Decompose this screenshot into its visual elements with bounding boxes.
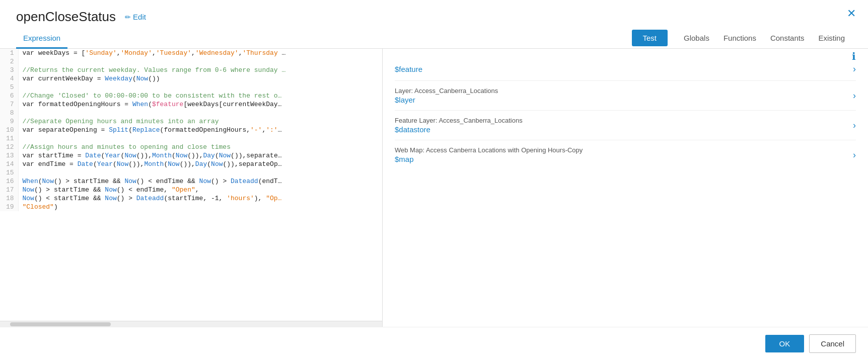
line-num: 14 [0, 160, 18, 168]
line-code [18, 83, 382, 92]
line-num: 19 [0, 203, 18, 211]
globals-item-label-map: Web Map: Access Canberra Locations with … [395, 146, 849, 154]
scrollbar-thumb [10, 322, 111, 326]
line-num: 5 [0, 83, 18, 92]
code-line-12: 12 //Assign hours and minutes to opening… [0, 143, 382, 151]
chevron-right-icon-datastore: › [853, 120, 856, 131]
line-code [18, 168, 382, 177]
line-code [18, 57, 382, 66]
line-num: 6 [0, 92, 18, 100]
line-code: //Returns the current weekday. Values ra… [18, 66, 382, 74]
globals-item-layer[interactable]: Layer: Access_Canberra_Locations $layer … [395, 81, 856, 111]
modal-footer: OK Cancel [0, 327, 868, 360]
code-line-5: 5 [0, 83, 382, 92]
line-num: 1 [0, 49, 18, 57]
chevron-right-icon-feature: › [853, 64, 856, 74]
code-line-15: 15 [0, 168, 382, 177]
globals-item-label-layer: Layer: Access_Canberra_Locations [395, 87, 849, 95]
line-code: //Separate Opening hours and minutes int… [18, 117, 382, 126]
edit-label: Edit [133, 13, 146, 21]
line-num: 12 [0, 143, 18, 151]
line-num: 9 [0, 117, 18, 126]
globals-item-feature[interactable]: $feature › [395, 58, 856, 81]
globals-item-datastore[interactable]: Feature Layer: Access_Canberra_Locations… [395, 111, 856, 140]
line-code: var startTime = Date(Year(Now()),Month(N… [18, 151, 382, 160]
line-code: When(Now() > startTime && Now() < endTim… [18, 177, 382, 186]
cancel-button[interactable]: Cancel [809, 334, 856, 353]
modal-header: openCloseStatus ✏ Edit ✕ [0, 0, 868, 25]
globals-item-value-layer: $layer [395, 96, 849, 104]
code-line-3: 3 //Returns the current weekday. Values … [0, 66, 382, 74]
code-line-1: 1 var weekDays = ['Sunday','Monday','Tue… [0, 49, 382, 57]
tab-existing[interactable]: Existing [811, 29, 852, 49]
code-line-13: 13 var startTime = Date(Year(Now()),Mont… [0, 151, 382, 160]
line-num: 17 [0, 186, 18, 194]
editor-panel: 1 var weekDays = ['Sunday','Monday','Tue… [0, 49, 383, 327]
line-code: var separateOpening = Split(Replace(form… [18, 126, 382, 134]
tab-functions[interactable]: Functions [716, 29, 763, 49]
tab-expression[interactable]: Expression [16, 29, 67, 49]
code-line-10: 10 var separateOpening = Split(Replace(f… [0, 126, 382, 134]
globals-item-content-layer: Layer: Access_Canberra_Locations $layer [395, 87, 849, 104]
tab-constants[interactable]: Constants [763, 29, 812, 49]
line-num: 7 [0, 100, 18, 109]
line-num: 2 [0, 57, 18, 66]
chevron-right-icon-layer: › [853, 91, 856, 101]
edit-link[interactable]: ✏ Edit [125, 13, 146, 21]
line-num: 15 [0, 168, 18, 177]
line-code: var currentWeekDay = Weekday(Now()) [18, 74, 382, 83]
line-num: 4 [0, 74, 18, 83]
line-num: 18 [0, 194, 18, 203]
code-line-4: 4 var currentWeekDay = Weekday(Now()) [0, 74, 382, 83]
tab-test-button[interactable]: Test [632, 30, 668, 46]
code-line-2: 2 [0, 57, 382, 66]
code-line-9: 9 //Separate Opening hours and minutes i… [0, 117, 382, 126]
tab-globals[interactable]: Globals [677, 29, 716, 49]
code-line-17: 17 Now() > startTime && Now() < endTime,… [0, 186, 382, 194]
line-code: "Closed") [18, 203, 382, 211]
code-line-16: 16 When(Now() > startTime && Now() < end… [0, 177, 382, 186]
ok-button[interactable]: OK [765, 335, 805, 352]
line-num: 8 [0, 109, 18, 117]
code-line-6: 6 //Change 'Closed' to 00:00-00:00 to be… [0, 92, 382, 100]
line-code: //Assign hours and minutes to opening an… [18, 143, 382, 151]
globals-item-content: $feature [395, 65, 849, 73]
content-area: 1 var weekDays = ['Sunday','Monday','Tue… [0, 49, 868, 327]
line-code: Now() < startTime && Now() > Dateadd(sta… [18, 194, 382, 203]
line-num: 10 [0, 126, 18, 134]
line-num: 13 [0, 151, 18, 160]
code-line-11: 11 [0, 134, 382, 143]
line-code [18, 134, 382, 143]
right-panel: $feature › Layer: Access_Canberra_Locati… [383, 49, 868, 327]
code-editor[interactable]: 1 var weekDays = ['Sunday','Monday','Tue… [0, 49, 382, 321]
globals-item-value-datastore: $datastore [395, 125, 849, 134]
globals-item-content-datastore: Feature Layer: Access_Canberra_Locations… [395, 117, 849, 134]
tab-bar: Expression Test Globals Functions Consta… [0, 29, 868, 49]
modal: openCloseStatus ✏ Edit ✕ Expression Test… [0, 0, 868, 360]
globals-item-label-datastore: Feature Layer: Access_Canberra_Locations [395, 117, 849, 124]
code-line-19: 19 "Closed") [0, 203, 382, 211]
info-icon[interactable]: ℹ [852, 50, 856, 62]
line-code: var weekDays = ['Sunday','Monday','Tuesd… [18, 49, 382, 57]
code-line-18: 18 Now() < startTime && Now() > Dateadd(… [0, 194, 382, 203]
close-button[interactable]: ✕ [847, 8, 856, 19]
pencil-icon: ✏ [125, 13, 131, 21]
line-num: 3 [0, 66, 18, 74]
code-line-14: 14 var endTime = Date(Year(Now()),Month(… [0, 160, 382, 168]
line-code: var endTime = Date(Year(Now()),Month(Now… [18, 160, 382, 168]
line-code [18, 109, 382, 117]
globals-item-value-map: $map [395, 155, 849, 163]
modal-title: openCloseStatus [16, 9, 116, 25]
horizontal-scrollbar[interactable] [0, 321, 382, 327]
globals-item-value-feature: $feature [395, 65, 849, 73]
code-line-8: 8 [0, 109, 382, 117]
chevron-right-icon-map: › [853, 150, 856, 160]
line-code: var formattedOpeningHours = When($featur… [18, 100, 382, 109]
line-code: Now() > startTime && Now() < endTime, "O… [18, 186, 382, 194]
line-num: 16 [0, 177, 18, 186]
code-table: 1 var weekDays = ['Sunday','Monday','Tue… [0, 49, 382, 211]
globals-item-content-map: Web Map: Access Canberra Locations with … [395, 146, 849, 163]
code-line-7: 7 var formattedOpeningHours = When($feat… [0, 100, 382, 109]
globals-item-map[interactable]: Web Map: Access Canberra Locations with … [395, 140, 856, 169]
line-num: 11 [0, 134, 18, 143]
